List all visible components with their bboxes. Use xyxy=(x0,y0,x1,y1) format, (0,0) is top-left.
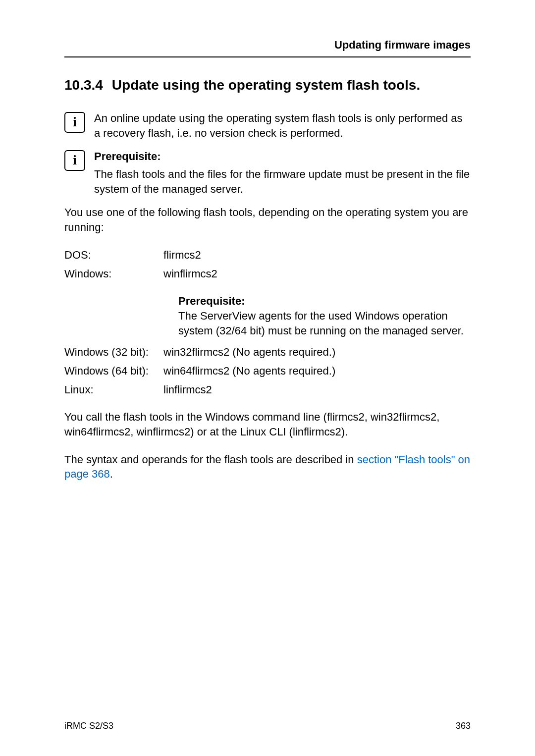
tool-value: win64flirmcs2 (No agents required.) xyxy=(163,364,471,378)
tool-label: DOS: xyxy=(64,248,163,263)
page-footer: iRMC S2/S3 363 xyxy=(64,721,471,731)
info-icon: i xyxy=(64,112,85,133)
info-text-1: An online update using the operating sys… xyxy=(94,111,471,140)
prerequisite-heading: Prerequisite: xyxy=(94,149,471,164)
running-header: Updating firmware images xyxy=(64,39,471,57)
tool-row-win32: Windows (32 bit): win32flirmcs2 (No agen… xyxy=(64,345,471,360)
prerequisite-text-inline: The ServerView agents for the used Windo… xyxy=(178,310,464,337)
tool-value: linflirmcs2 xyxy=(163,382,471,397)
tool-row-linux: Linux: linflirmcs2 xyxy=(64,382,471,397)
tool-label: Windows (64 bit): xyxy=(64,364,163,378)
info-block-2: i Prerequisite: The flash tools and the … xyxy=(64,149,471,196)
section-number: 10.3.4 xyxy=(64,77,103,93)
tool-row-win64: Windows (64 bit): win64flirmcs2 (No agen… xyxy=(64,364,471,378)
tool-value: flirmcs2 xyxy=(163,248,471,263)
section-title: Update using the operating system flash … xyxy=(112,77,420,93)
tool-value: winflirmcs2 xyxy=(163,267,471,281)
footer-page-number: 363 xyxy=(456,721,471,731)
footer-left: iRMC S2/S3 xyxy=(64,721,113,731)
syntax-suffix: . xyxy=(110,468,113,480)
tool-row-dos: DOS: flirmcs2 xyxy=(64,248,471,263)
intro-paragraph: You use one of the following flash tools… xyxy=(64,205,471,234)
prerequisite-heading-inline: Prerequisite: xyxy=(178,295,245,307)
tool-label: Windows: xyxy=(64,267,163,281)
call-paragraph: You call the flash tools in the Windows … xyxy=(64,410,471,439)
info-block-1: i An online update using the operating s… xyxy=(64,111,471,140)
tool-row-windows: Windows: winflirmcs2 xyxy=(64,267,471,281)
tool-label: Linux: xyxy=(64,382,163,397)
info-icon: i xyxy=(64,150,85,171)
tool-table: DOS: flirmcs2 Windows: winflirmcs2 xyxy=(64,248,471,281)
windows-prerequisite: Prerequisite: The ServerView agents for … xyxy=(178,294,471,338)
tool-value: win32flirmcs2 (No agents required.) xyxy=(163,345,471,360)
tool-label: Windows (32 bit): xyxy=(64,345,163,360)
syntax-paragraph: The syntax and operands for the flash to… xyxy=(64,452,471,482)
syntax-prefix: The syntax and operands for the flash to… xyxy=(64,453,357,466)
tool-table-2: Windows (32 bit): win32flirmcs2 (No agen… xyxy=(64,345,471,397)
section-heading: 10.3.4 Update using the operating system… xyxy=(64,77,471,93)
prerequisite-text: The flash tools and the files for the fi… xyxy=(94,167,471,196)
